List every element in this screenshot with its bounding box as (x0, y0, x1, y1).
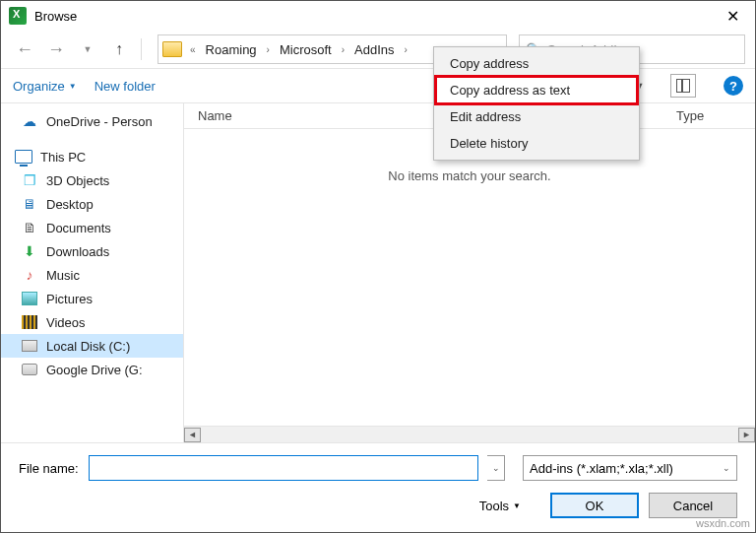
svg-rect-1 (683, 80, 690, 93)
navbar: ← → ▼ ↑ « Roaming › Microsoft › AddIns ›… (1, 31, 755, 68)
new-folder-label: New folder (94, 79, 156, 94)
download-icon: ⬇ (21, 243, 38, 259)
column-type[interactable]: Type (676, 108, 755, 123)
toolbar: Organize ▼ New folder ▼ ? (1, 68, 755, 103)
file-list[interactable]: No items match your search. (184, 129, 755, 426)
cancel-button[interactable]: Cancel (649, 493, 737, 518)
menu-delete-history[interactable]: Delete history (436, 130, 637, 157)
sidebar-item-thispc[interactable]: This PC (1, 145, 183, 168)
ok-button[interactable]: OK (550, 493, 639, 518)
sidebar-item-label: Downloads (46, 244, 109, 259)
breadcrumb-microsoft[interactable]: Microsoft (278, 40, 334, 59)
cloud-icon: ☁ (21, 113, 38, 129)
new-folder-button[interactable]: New folder (94, 79, 156, 94)
back-button[interactable]: ← (11, 35, 38, 63)
breadcrumb-addins[interactable]: AddIns (352, 40, 396, 59)
up-button[interactable]: ↑ (105, 35, 133, 63)
tools-label: Tools (479, 499, 509, 513)
window-title: Browse (34, 9, 719, 24)
sidebar-item-label: Videos (46, 315, 86, 330)
filename-dropdown[interactable]: ⌄ (487, 455, 505, 481)
excel-icon (9, 7, 27, 25)
videos-icon (21, 314, 38, 330)
organize-button[interactable]: Organize ▼ (13, 79, 77, 94)
filetype-select[interactable]: Add-ins (*.xlam;*.xla;*.xll) ⌄ (523, 455, 737, 481)
sidebar-item-3dobjects[interactable]: ❒ 3D Objects (1, 168, 183, 192)
sidebar-item-label: Pictures (46, 292, 93, 306)
sidebar-item-label: Local Disk (C:) (46, 339, 130, 354)
scroll-track[interactable] (201, 428, 738, 442)
preview-pane-button[interactable] (670, 74, 696, 98)
pc-icon (15, 149, 32, 165)
sidebar: ☁ OneDrive - Person This PC ❒ 3D Objects… (1, 103, 184, 442)
cube-icon: ❒ (21, 172, 38, 188)
menu-copy-address-as-text[interactable]: Copy address as text (436, 77, 637, 103)
organize-label: Organize (13, 79, 65, 94)
chevron-down-icon: ▼ (513, 501, 521, 510)
sidebar-item-label: 3D Objects (46, 173, 109, 188)
separator (141, 38, 142, 60)
disk-icon (21, 338, 38, 354)
sidebar-item-videos[interactable]: Videos (1, 310, 183, 334)
filename-row: File name: ⌄ Add-ins (*.xlam;*.xla;*.xll… (19, 455, 737, 481)
document-icon: 🗎 (21, 220, 38, 235)
sidebar-item-music[interactable]: ♪ Music (1, 263, 183, 287)
bottom-panel: File name: ⌄ Add-ins (*.xlam;*.xla;*.xll… (1, 442, 755, 532)
help-button[interactable]: ? (724, 76, 743, 96)
music-icon: ♪ (21, 267, 38, 283)
chevron-down-icon: ⌄ (723, 463, 730, 473)
desktop-icon: 🖥 (21, 196, 38, 212)
sidebar-item-onedrive[interactable]: ☁ OneDrive - Person (1, 109, 183, 133)
folder-icon (162, 41, 182, 57)
buttons-row: Tools ▼ OK Cancel (19, 493, 737, 518)
scroll-left-button[interactable]: ◄ (184, 428, 201, 442)
ok-label: OK (586, 499, 604, 513)
cancel-label: Cancel (673, 499, 713, 513)
menu-edit-address[interactable]: Edit address (436, 103, 637, 130)
sidebar-item-documents[interactable]: 🗎 Documents (1, 216, 183, 239)
forward-button[interactable]: → (42, 35, 70, 63)
sidebar-item-label: OneDrive - Person (46, 114, 153, 129)
sidebar-item-label: This PC (40, 150, 86, 165)
titlebar: Browse ✕ (1, 1, 755, 31)
filetype-label: Add-ins (*.xlam;*.xla;*.xll) (530, 461, 673, 476)
sidebar-item-googledrive[interactable]: Google Drive (G: (1, 358, 183, 381)
address-context-menu: Copy address Copy address as text Edit a… (433, 46, 640, 161)
svg-rect-0 (677, 80, 682, 93)
chevron-down-icon: ▼ (69, 82, 77, 91)
tools-button[interactable]: Tools ▼ (479, 499, 521, 513)
chevron-right-icon: › (405, 44, 408, 55)
horizontal-scrollbar[interactable]: ◄ ► (184, 426, 755, 442)
browse-dialog: Browse ✕ ← → ▼ ↑ « Roaming › Microsoft ›… (0, 0, 756, 533)
sidebar-item-localdisk[interactable]: Local Disk (C:) (1, 334, 183, 358)
menu-copy-address[interactable]: Copy address (436, 50, 637, 77)
scroll-right-button[interactable]: ► (738, 428, 755, 442)
sidebar-item-label: Documents (46, 221, 111, 235)
close-button[interactable]: ✕ (719, 7, 747, 26)
chevron-right-icon: › (267, 44, 270, 55)
empty-message: No items match your search. (388, 168, 550, 183)
watermark: wsxdn.com (696, 517, 750, 529)
recent-dropdown[interactable]: ▼ (74, 35, 101, 63)
sidebar-item-label: Desktop (46, 197, 94, 212)
sidebar-item-pictures[interactable]: Pictures (1, 287, 183, 310)
pictures-icon (21, 291, 38, 306)
sidebar-item-label: Music (46, 268, 80, 283)
chevron-left-icon: « (190, 44, 196, 55)
sidebar-item-downloads[interactable]: ⬇ Downloads (1, 239, 183, 263)
preview-icon (676, 79, 690, 93)
filename-input[interactable] (89, 455, 478, 481)
body-area: ☁ OneDrive - Person This PC ❒ 3D Objects… (1, 103, 755, 442)
sidebar-item-label: Google Drive (G: (46, 363, 143, 377)
chevron-right-icon: › (342, 44, 345, 55)
breadcrumb-roaming[interactable]: Roaming (204, 40, 259, 59)
drive-icon (21, 362, 38, 377)
filename-label: File name: (19, 461, 79, 476)
sidebar-item-desktop[interactable]: 🖥 Desktop (1, 192, 183, 216)
